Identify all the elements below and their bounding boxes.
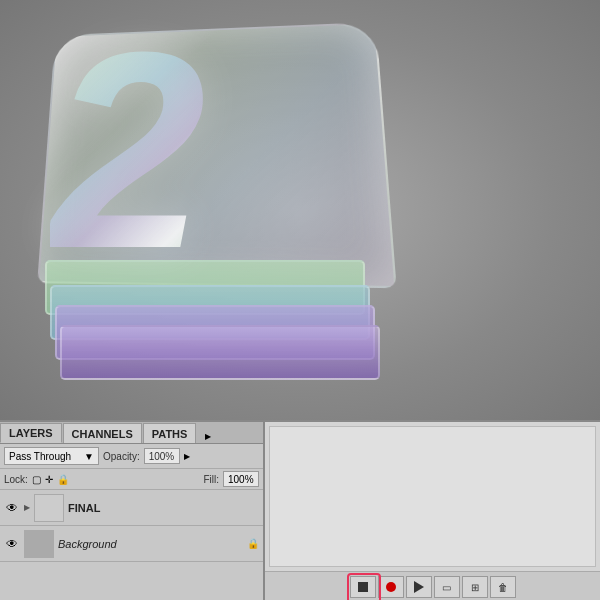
panel-tabs: LAYERS CHANNELS PATHS ▶ — [0, 422, 263, 444]
play-icon — [414, 581, 424, 593]
3d-number: 2 — [50, 10, 206, 290]
dropdown-arrow-icon: ▼ — [84, 451, 94, 462]
tab-layers[interactable]: LAYERS — [0, 423, 62, 443]
canvas-area: 2 — [0, 0, 600, 420]
panel-menu-icon[interactable]: ▶ — [201, 429, 215, 443]
lock-all-icon[interactable]: 🔒 — [57, 474, 69, 485]
tab-channels[interactable]: CHANNELS — [63, 423, 142, 443]
ps-panels: LAYERS CHANNELS PATHS ▶ Pass Through ▼ O… — [0, 420, 600, 600]
fill-row: Fill: 100% — [203, 471, 259, 487]
opacity-input[interactable]: 100% — [144, 448, 180, 464]
new-set-icon: ▭ — [442, 582, 451, 593]
opacity-arrow-icon: ▶ — [184, 452, 190, 461]
tab-paths[interactable]: PATHS — [143, 423, 197, 443]
blend-mode-select[interactable]: Pass Through ▼ — [4, 447, 99, 465]
layer-item-final[interactable]: 👁 ▶ FINAL — [0, 490, 263, 526]
actions-panel: Stop the action ▭ ⊞ 🗑 — [265, 422, 600, 600]
actions-toolbar: Stop the action ▭ ⊞ 🗑 — [265, 571, 600, 600]
stop-icon — [358, 582, 368, 592]
stop-action-button[interactable] — [350, 576, 376, 598]
layer-name-background: Background — [58, 538, 243, 550]
layer-item-background[interactable]: 👁 Background 🔒 — [0, 526, 263, 562]
new-action-button[interactable]: ⊞ — [462, 576, 488, 598]
layer-thumb-background — [24, 530, 54, 558]
holo-layer-5 — [60, 325, 380, 380]
play-action-button[interactable] — [406, 576, 432, 598]
layer-name-final: FINAL — [68, 502, 259, 514]
record-action-button[interactable] — [378, 576, 404, 598]
blend-mode-row: Pass Through ▼ Opacity: 100% ▶ — [0, 444, 263, 469]
lock-row: Lock: ▢ ✛ 🔒 Fill: 100% — [0, 469, 263, 490]
new-action-icon: ⊞ — [471, 582, 479, 593]
new-set-button[interactable]: ▭ — [434, 576, 460, 598]
record-icon — [386, 582, 396, 592]
delete-action-button[interactable]: 🗑 — [490, 576, 516, 598]
background-lock-icon: 🔒 — [247, 538, 259, 549]
actions-content-area — [269, 426, 596, 567]
fill-input[interactable]: 100% — [223, 471, 259, 487]
layer-visibility-final[interactable]: 👁 — [4, 500, 20, 516]
lock-pixels-icon[interactable]: ▢ — [32, 474, 41, 485]
layer-thumb-final — [34, 494, 64, 522]
stop-button-container: Stop the action — [350, 576, 376, 598]
opacity-row: Opacity: 100% ▶ — [103, 448, 190, 464]
layer-expand-icon[interactable]: ▶ — [24, 503, 30, 512]
layer-visibility-background[interactable]: 👁 — [4, 536, 20, 552]
holographic-shape: 2 — [30, 20, 390, 360]
layers-panel: LAYERS CHANNELS PATHS ▶ Pass Through ▼ O… — [0, 422, 265, 600]
lock-move-icon[interactable]: ✛ — [45, 474, 53, 485]
delete-icon: 🗑 — [498, 582, 508, 593]
